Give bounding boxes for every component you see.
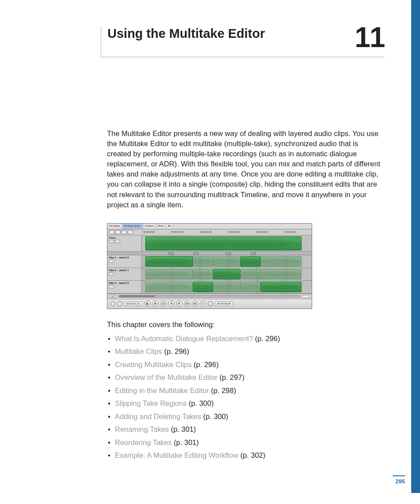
clip — [145, 282, 193, 292]
track-lane-comp — [142, 235, 312, 251]
body: The Multitake Editor presents a new way … — [107, 129, 384, 459]
ruler-tick: 00:00:03:29 — [227, 229, 255, 235]
toc-link[interactable]: Editing in the Multitake Editor — [115, 386, 209, 394]
side-accent-bar — [411, 0, 420, 493]
transport-bar: 00:00:41:01 00:00:00:00 — [107, 299, 312, 309]
clip — [261, 256, 302, 267]
chapter-title: Using the Multitake Editor — [107, 26, 265, 41]
skip-fwd-icon — [192, 301, 198, 307]
tab-multitake-editor: Multitake Editor — [122, 224, 143, 229]
chapter-toc: What Is Automatic Dialogue Replacement? … — [107, 335, 384, 459]
toc-link[interactable]: Example: A Multitake Editing Workflow — [115, 451, 238, 459]
toc-page: (p. 296) — [255, 335, 280, 342]
track-lane — [142, 281, 312, 293]
clip — [213, 256, 240, 267]
time-ruler: 00:00:00:29 00:00:01:29 00:00:02:29 00:0… — [142, 229, 312, 235]
track-head: Take 3 …take14 2 — [107, 281, 142, 293]
track-lane — [142, 268, 312, 280]
clip — [261, 282, 302, 292]
toc-item: Creating Multitake Clips (p. 296) — [107, 361, 384, 368]
tab-mixer: Mixer — [156, 224, 166, 229]
page: Using the Multitake Editor 11 The Multit… — [0, 0, 420, 504]
zoom-control — [302, 295, 310, 298]
track-comp: Comp — [107, 235, 312, 252]
clip — [145, 269, 193, 280]
clip — [261, 269, 302, 280]
track-label: Take 1 …take14 0 — [109, 256, 140, 259]
track-take3: Take 3 …take14 2 — [107, 281, 312, 294]
toc-link[interactable]: Adding and Deleting Takes — [115, 412, 201, 420]
track-head: Take 1 …take14 0 — [107, 255, 142, 268]
speaker-icon — [208, 301, 213, 306]
toc-item: Renaming Takes (p. 301) — [107, 426, 384, 433]
clip — [193, 269, 213, 280]
multitake-editor-screenshot: File Editor Multitake Editor Conform Mix… — [107, 223, 312, 309]
toc-item: Example: A Multitake Editing Workflow (p… — [107, 452, 384, 459]
toc-link[interactable]: Slipping Take Regions — [115, 399, 187, 407]
toc-link[interactable]: Multitake Clips — [115, 347, 162, 355]
track-take1: Take 1 …take14 0 — [107, 255, 312, 268]
track-label: Comp — [109, 236, 140, 239]
play-button-icon — [152, 301, 158, 307]
tool-buttons — [107, 229, 142, 235]
toc-page: (p. 301) — [174, 438, 199, 446]
toc-page: (p. 301) — [171, 425, 196, 433]
toc-item: Overview of the Multitake Editor (p. 297… — [107, 374, 384, 381]
timecode-display-2: 00:00:00:00 — [215, 302, 233, 306]
toc-item: Reordering Takes (p. 301) — [107, 439, 384, 446]
toc-page: (p. 297) — [220, 373, 245, 381]
clip — [240, 269, 261, 280]
pause-button-icon — [160, 301, 166, 307]
toc-link[interactable]: Reordering Takes — [115, 438, 172, 446]
clip — [240, 256, 261, 267]
clip — [213, 269, 240, 280]
track-head: Take 2 …take14 1 — [107, 268, 142, 280]
scroll-track — [118, 295, 301, 298]
ruler-tick: 00:00:02:29 — [199, 229, 227, 235]
ruler-tick: 00:00:05:29 — [284, 229, 312, 235]
tab-bin: Bin — [166, 224, 173, 229]
record-button-icon — [144, 301, 151, 307]
chapter-header: Using the Multitake Editor 11 — [101, 26, 384, 57]
toc-item: Editing in the Multitake Editor (p. 298) — [107, 387, 384, 394]
toc-link[interactable]: What Is Automatic Dialogue Replacement? — [115, 335, 253, 342]
toc-link[interactable]: Renaming Takes — [115, 425, 169, 433]
page-number: 295 — [393, 475, 405, 485]
scroll-label: useCl — [109, 295, 117, 298]
horizontal-scroll: useCl — [107, 294, 312, 299]
toc-page: (p. 300) — [203, 412, 228, 420]
svg-rect-2 — [163, 303, 164, 305]
rewind-button-icon — [168, 301, 174, 307]
toc-link[interactable]: Creating Multitake Clips — [115, 361, 192, 368]
svg-point-9 — [202, 303, 204, 305]
toc-link[interactable]: Overview of the Multitake Editor — [115, 373, 217, 381]
editor-toolbar: 00:00:00:29 00:00:01:29 00:00:02:29 00:0… — [107, 229, 312, 235]
covers-label: This chapter covers the following: — [107, 320, 384, 329]
toc-item: Multitake Clips (p. 296) — [107, 348, 384, 355]
tab-conform: Conform — [143, 224, 156, 229]
toc-page: (p. 296) — [164, 347, 189, 355]
toc-item: Slipping Take Regions (p. 300) — [107, 400, 384, 407]
forward-button-icon — [176, 301, 182, 307]
editor-tabs: File Editor Multitake Editor Conform Mix… — [107, 224, 312, 229]
toc-item: Adding and Deleting Takes (p. 300) — [107, 413, 384, 420]
toc-item: What Is Automatic Dialogue Replacement? … — [107, 335, 384, 342]
svg-marker-3 — [170, 303, 172, 305]
marker-row — [107, 252, 312, 255]
track-lane — [142, 255, 312, 268]
toc-page: (p. 302) — [240, 451, 265, 459]
svg-marker-4 — [178, 303, 180, 305]
ruler-tick: 00:00:04:29 — [255, 229, 283, 235]
svg-marker-7 — [194, 303, 195, 305]
jog-wheel-icon — [110, 301, 115, 306]
loop-button-icon — [200, 301, 206, 307]
svg-rect-1 — [162, 303, 163, 305]
ruler-tick: 00:00:01:29 — [170, 229, 198, 235]
clip — [240, 282, 261, 292]
chapter-number: 11 — [355, 21, 384, 54]
toc-page: (p. 298) — [211, 386, 236, 394]
tab-file-editor: File Editor — [107, 224, 122, 229]
intro-paragraph: The Multitake Editor presents a new way … — [107, 129, 384, 210]
skip-back-icon — [184, 301, 190, 307]
clip — [145, 236, 302, 250]
